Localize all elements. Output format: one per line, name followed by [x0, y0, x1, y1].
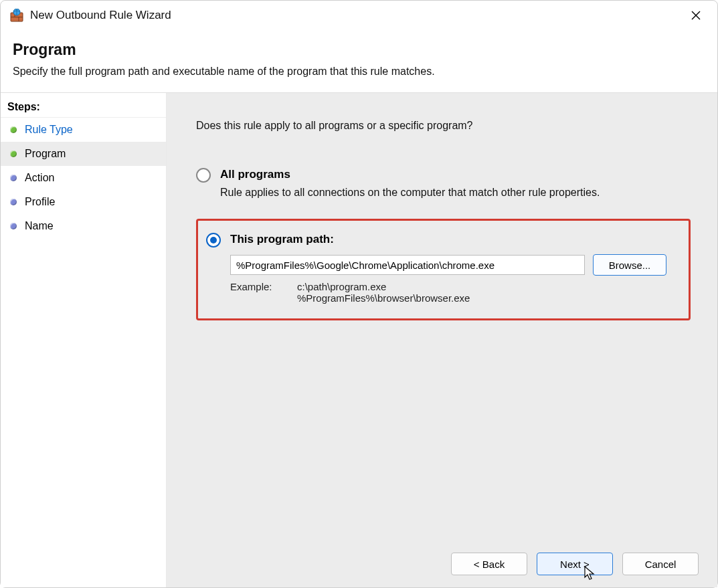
- program-path-input[interactable]: [230, 255, 585, 275]
- option-path-label: This program path:: [230, 233, 334, 246]
- page-title: Program: [13, 41, 705, 59]
- cancel-button[interactable]: Cancel: [622, 553, 699, 575]
- option-all-programs: All programs Rule applies to all connect…: [196, 168, 691, 199]
- steps-sidebar: Steps: Rule Type Program Action Profile …: [1, 93, 167, 587]
- step-name[interactable]: Name: [1, 214, 166, 238]
- browse-button[interactable]: Browse...: [593, 254, 666, 276]
- question-text: Does this rule apply to all programs or …: [196, 120, 691, 132]
- step-dot-icon: [10, 175, 17, 181]
- step-label: Program: [25, 148, 66, 160]
- next-button[interactable]: Next >: [537, 553, 613, 575]
- page-subtitle: Specify the full program path and execut…: [13, 66, 705, 78]
- step-rule-type[interactable]: Rule Type: [1, 118, 166, 142]
- radio-all-programs[interactable]: [196, 168, 211, 183]
- window-title: New Outbound Rule Wizard: [30, 9, 681, 22]
- option-all-label: All programs: [220, 168, 290, 181]
- radio-this-program-path[interactable]: [206, 233, 221, 248]
- step-dot-icon: [10, 126, 17, 133]
- back-button[interactable]: < Back: [451, 553, 527, 575]
- wizard-content: Does this rule apply to all programs or …: [167, 93, 717, 587]
- example-label: Example:: [230, 281, 297, 304]
- option-program-path-box: This program path: Browse... Example: c:…: [196, 219, 691, 320]
- step-program[interactable]: Program: [1, 142, 166, 166]
- wizard-window: New Outbound Rule Wizard Program Specify…: [0, 0, 718, 588]
- step-label: Rule Type: [25, 124, 73, 136]
- close-button[interactable]: [681, 1, 711, 30]
- example-block: Example: c:\path\program.exe %ProgramFil…: [230, 281, 678, 304]
- step-label: Profile: [25, 196, 55, 208]
- firewall-icon: [10, 9, 23, 22]
- step-dot-icon: [10, 223, 17, 229]
- option-all-desc: Rule applies to all connections on the c…: [220, 187, 691, 199]
- titlebar: New Outbound Rule Wizard: [1, 1, 717, 30]
- step-dot-icon: [10, 151, 17, 157]
- step-label: Action: [25, 172, 54, 184]
- step-profile[interactable]: Profile: [1, 190, 166, 214]
- wizard-footer: < Back Next > Cancel: [451, 553, 699, 575]
- step-dot-icon: [10, 199, 17, 205]
- example-values: c:\path\program.exe %ProgramFiles%\brows…: [297, 281, 470, 304]
- step-label: Name: [25, 220, 54, 232]
- steps-heading: Steps:: [1, 97, 166, 118]
- wizard-header: Program Specify the full program path an…: [1, 30, 717, 92]
- step-action[interactable]: Action: [1, 166, 166, 190]
- wizard-body: Steps: Rule Type Program Action Profile …: [1, 92, 717, 587]
